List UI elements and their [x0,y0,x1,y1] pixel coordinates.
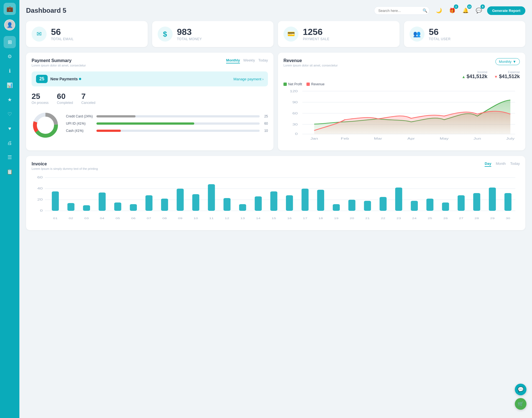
sidebar-item-settings[interactable]: ⚙ [4,50,16,63]
credit-card-label: Credit Card (24%) [66,114,94,118]
sidebar-item-star[interactable]: ★ [4,94,16,106]
payment-stats-row: 25 On process 60 Completed 7 Canceled [32,92,268,105]
svg-rect-53 [239,204,246,211]
svg-text:02: 02 [69,217,73,220]
notifications-badge: 12 [467,4,472,9]
messages-button[interactable]: 💬 5 [474,6,484,16]
revenue-monthly-dropdown[interactable]: Monthly ▼ [495,58,520,65]
sidebar-item-heart[interactable]: ♥ [4,122,16,135]
revenue-dot [306,83,310,86]
expense-label: Expense [494,70,520,74]
stat-label-money: TOTAL MONEY [177,37,202,41]
payment-summary-title-group: Payment Summary Lorem ipsum dolor sit am… [32,58,86,67]
invoice-chart-svg: 60 40 20 0 01020304050607080910111213141… [32,175,520,225]
svg-text:01: 01 [53,217,58,220]
sidebar-item-info[interactable]: ℹ [4,65,16,77]
stat-value-payment: 1256 [303,27,329,37]
legend-revenue: Revenue [306,82,324,86]
user-avatar[interactable]: 👤 [4,19,15,30]
stat-completed: 60 Completed [57,92,73,105]
tab-day[interactable]: Day [485,161,491,167]
tab-today[interactable]: Today [510,161,520,167]
cash-bar-bg [96,130,260,132]
payment-summary-header: Payment Summary Lorem ipsum dolor sit am… [32,58,268,67]
svg-text:23: 23 [397,217,401,220]
chat-icon: 💬 [476,7,482,14]
search-bar[interactable]: 🔍 [374,6,429,15]
stat-card-email: ✉ 56 TOTAL EMAIL [26,21,148,47]
svg-text:July: July [506,137,515,140]
stat-value-money: 983 [177,27,202,37]
page-title: Dashboard 5 [26,7,374,14]
svg-rect-39 [130,204,137,211]
manage-payment-link[interactable]: Manage payment › [234,77,264,81]
svg-text:08: 08 [162,217,167,220]
support-float-button[interactable]: 💬 [515,384,526,395]
sidebar-item-menu[interactable]: ☰ [4,151,16,163]
legend-net-profit: Net Profit [283,82,302,86]
chevron-down-icon: ▼ [513,60,516,64]
income-item: Income ▲ $41,512k [462,70,487,80]
payment-icon: 💳 [283,27,298,42]
completed-value: 60 [57,92,73,101]
revenue-legend: Net Profit Revenue [283,82,520,86]
invoice-card: Invoice Lorem Ipsum is simply dummy text… [26,156,525,230]
search-icon: 🔍 [423,8,427,13]
tab-monthly[interactable]: Monthly [226,58,240,63]
svg-rect-77 [426,199,433,211]
income-expense-row: Income ▲ $41,512k Expense ▼ $41,512k [283,70,520,80]
sidebar-logo[interactable]: 💼 [4,3,16,15]
svg-rect-49 [208,184,215,211]
svg-text:10: 10 [194,217,198,220]
sidebar-item-list[interactable]: 📋 [4,166,16,178]
gift-button[interactable]: 🎁 2 [447,6,457,16]
moon-icon: 🌙 [436,7,442,14]
svg-rect-81 [458,195,465,211]
new-payments-count: 25 [36,75,48,83]
payment-tabs: Monthly Weekly Today [226,58,268,63]
main-content: Dashboard 5 🔍 🌙 🎁 2 🔔 12 💬 5 Generate Re… [19,0,532,418]
svg-rect-85 [489,188,496,211]
new-payments-bar: 25 New Payments Manage payment › [32,71,268,86]
stat-on-process: 25 On process [32,92,48,105]
svg-text:21: 21 [365,217,370,220]
invoice-title: Invoice [32,161,98,166]
stat-info-money: 983 TOTAL MONEY [177,27,202,41]
generate-report-button[interactable]: Generate Report [487,6,525,15]
messages-badge: 5 [480,4,485,9]
svg-text:13: 13 [241,217,245,220]
gift-badge: 2 [454,4,458,9]
mid-section: Payment Summary Lorem ipsum dolor sit am… [26,53,525,150]
cart-float-button[interactable]: 🛒 [515,398,526,410]
svg-text:15: 15 [272,217,276,220]
credit-card-value: 25 [262,114,268,118]
svg-text:Jan: Jan [310,137,318,140]
svg-text:11: 11 [209,217,214,220]
sidebar-item-heart-outline[interactable]: ♡ [4,108,16,120]
tab-month[interactable]: Month [496,161,506,167]
sidebar-item-chart[interactable]: 📊 [4,79,16,91]
invoice-tabs: Day Month Today [485,161,520,167]
svg-rect-63 [317,190,324,211]
tab-today[interactable]: Today [258,58,268,63]
revenue-title-group: Revenue Lorem ipsum dolor sit amet, cons… [283,58,338,67]
svg-text:24: 24 [412,217,416,220]
sidebar-item-dashboard[interactable]: ⊞ [4,36,16,48]
float-buttons: 💬 🛒 [515,384,526,410]
svg-rect-79 [442,202,449,211]
svg-text:120: 120 [290,90,298,93]
user-icon: 👥 [410,27,424,42]
stat-value-user: 56 [429,27,451,37]
tab-weekly[interactable]: Weekly [243,58,255,63]
svg-text:17: 17 [303,217,307,220]
net-profit-dot [283,83,287,86]
svg-text:03: 03 [84,217,89,220]
theme-toggle-button[interactable]: 🌙 [434,6,444,16]
notifications-button[interactable]: 🔔 12 [461,6,470,16]
svg-text:19: 19 [334,217,339,220]
search-input[interactable] [378,9,423,13]
svg-text:Mar: Mar [374,137,382,140]
svg-rect-87 [505,193,511,211]
credit-card-bar-bg [96,115,260,117]
sidebar-item-print[interactable]: 🖨 [4,137,16,149]
